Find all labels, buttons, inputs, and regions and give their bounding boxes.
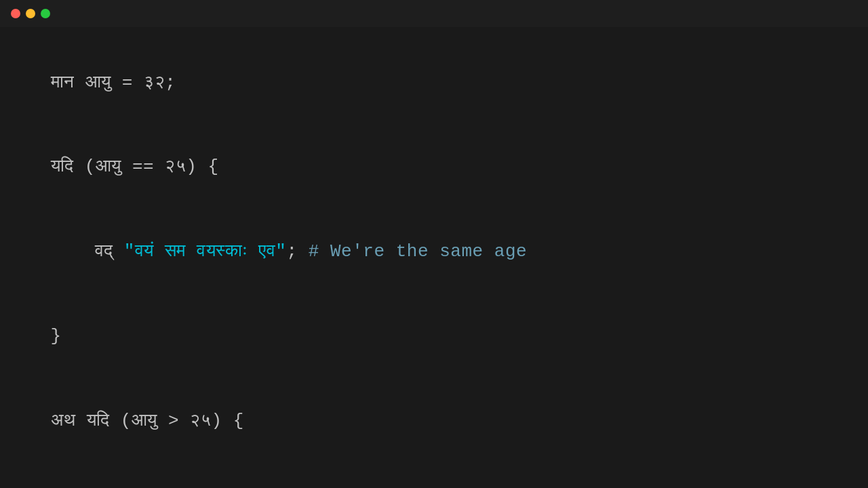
code-line-6: वद् "वयं सम वयस्काः न एव"; # We're not t… — [7, 464, 861, 488]
keyword-man: मान — [51, 73, 85, 93]
minimize-button[interactable] — [26, 9, 35, 18]
op-eq: = — [122, 73, 144, 93]
val-32: ३२; — [144, 73, 176, 93]
keyword-vad-1: वद् — [95, 241, 124, 262]
close-button[interactable] — [11, 9, 20, 18]
code-line-4: } — [7, 294, 861, 379]
semi-1: ; — [287, 241, 309, 262]
keyword-yadi: यदि (आयु == २५) { — [51, 157, 219, 177]
var-ayu: आयु — [85, 73, 122, 93]
maximize-button[interactable] — [41, 9, 50, 18]
indent-1 — [51, 238, 95, 266]
code-area: मान आयु = ३२; यदि (आयु == २५) { वद् "वयं… — [0, 27, 868, 488]
close-brace-1: } — [51, 326, 62, 346]
code-line-5: अथ यदि (आयु > २५) { — [7, 379, 861, 464]
title-bar — [0, 0, 868, 27]
code-line-2: यदि (आयु == २५) { — [7, 125, 861, 210]
code-line-3: वद् "वयं सम वयस्काः एव"; # We're the sam… — [7, 210, 861, 295]
comment-1: # We're the same age — [309, 241, 527, 262]
keyword-ath-yadi: अथ यदि (आयु > २५) { — [51, 411, 244, 431]
code-line-1: मान आयु = ३२; — [7, 41, 861, 125]
string-1: "वयं सम वयस्काः एव" — [124, 241, 287, 262]
